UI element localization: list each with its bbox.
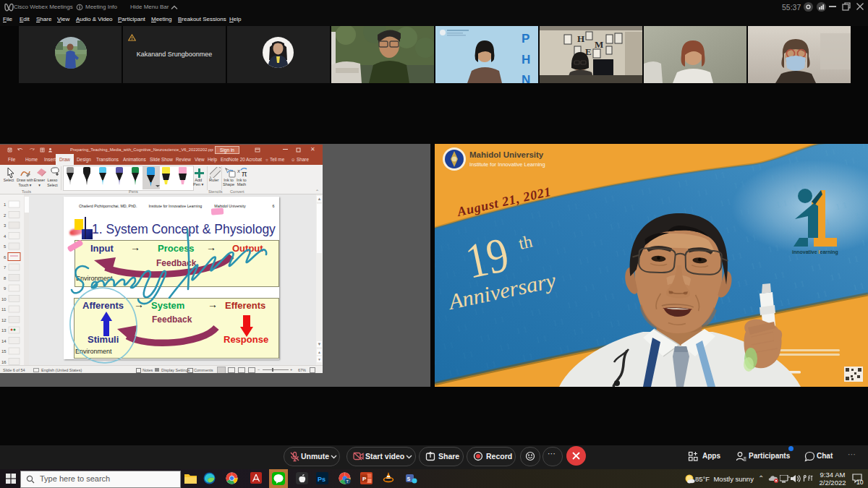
svg-text:H: H	[522, 53, 530, 67]
svg-text:P: P	[362, 476, 367, 482]
svg-text:x: x	[237, 168, 241, 174]
svg-text:Institute for Innovative Learn: Institute for Innovative Learning	[469, 161, 545, 168]
svg-text:Ps: Ps	[318, 476, 326, 483]
svg-text:15: 15	[1, 349, 7, 354]
svg-text:11: 11	[1, 307, 7, 312]
svg-text:3: 3	[4, 223, 7, 228]
svg-text:1: 1	[4, 202, 7, 207]
svg-text:6: 6	[4, 255, 7, 260]
svg-text:7: 7	[4, 265, 7, 270]
svg-text:P: P	[522, 32, 529, 46]
svg-text:12: 12	[1, 318, 7, 322]
svg-text:H: H	[577, 33, 584, 44]
svg-text:13: 13	[1, 328, 7, 333]
svg-text:16: 16	[1, 360, 7, 364]
svg-text:M: M	[595, 39, 603, 50]
svg-text:N: N	[522, 73, 530, 83]
svg-text:Mahidol University: Mahidol University	[469, 150, 544, 159]
svg-text:5: 5	[4, 244, 7, 249]
svg-text:S: S	[407, 476, 411, 481]
svg-text:8: 8	[4, 276, 7, 281]
svg-text:10: 10	[1, 297, 7, 301]
svg-text:π: π	[242, 169, 247, 178]
svg-text:9: 9	[4, 286, 7, 291]
svg-text:14: 14	[1, 339, 7, 343]
svg-text:4: 4	[4, 234, 7, 239]
svg-text:2: 2	[4, 213, 7, 218]
svg-text:innovative learning: innovative learning	[792, 249, 838, 255]
